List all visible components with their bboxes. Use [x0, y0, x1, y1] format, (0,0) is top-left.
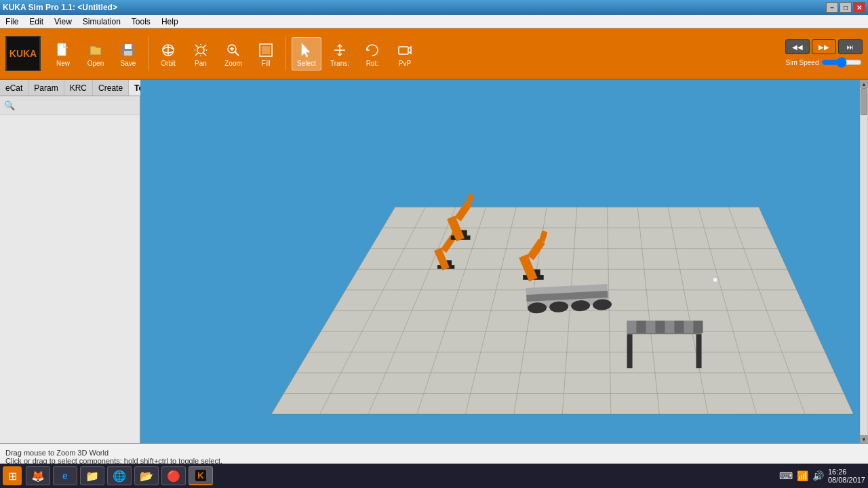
title-bar-text: KUKA Sim Pro 1.1: <Untitled>	[3, 3, 117, 12]
trans-icon	[330, 41, 350, 60]
toolbar-sep-1	[148, 37, 149, 70]
taskbar-folder2[interactable]: 📂	[134, 466, 159, 485]
sim-rewind[interactable]: ◀◀	[785, 39, 810, 54]
left-panel: eCat Param KRC Create Teach 🔍	[0, 80, 140, 443]
rot-label: Rot:	[366, 60, 378, 67]
select-label: Select	[297, 60, 316, 67]
volume-icon: 🔊	[812, 470, 824, 481]
new-label: New	[56, 60, 70, 67]
content-area: eCat Param KRC Create Teach 🔍 ▲ ▼	[0, 80, 868, 443]
toolbar-zoom[interactable]: Zoom	[219, 38, 248, 70]
panel-content	[0, 115, 140, 443]
status-line1: Drag mouse to Zoom 3D World	[5, 449, 863, 457]
menu-help[interactable]: Help	[156, 16, 184, 28]
toolbar-select[interactable]: Select	[292, 37, 321, 70]
kuka-logo: KUKA	[5, 36, 41, 71]
start-button[interactable]: ⊞	[3, 466, 22, 485]
toolbar-pvp[interactable]: PvP	[391, 38, 419, 70]
ie-icon: e	[62, 470, 68, 481]
sim-speed-row: Sim Speed	[786, 57, 863, 68]
svg-rect-0	[58, 43, 66, 56]
toolbar-pan[interactable]: Pan	[186, 38, 215, 70]
taskbar-explorer[interactable]: 📁	[80, 466, 104, 485]
scroll-thumb[interactable]	[861, 88, 867, 115]
sim-speed-area: ◀◀ ▶▶ ⏭ Sim Speed	[785, 39, 863, 68]
svg-rect-13	[262, 46, 270, 54]
scroll-track	[861, 88, 867, 435]
zoom-label: Zoom	[224, 60, 242, 67]
toolbar-view-group: Orbit Pan Zoom Fill	[154, 38, 280, 70]
logo-text: KUKA	[9, 48, 37, 59]
clock: 16:26 08/08/2017	[828, 468, 865, 484]
svg-line-9	[235, 52, 239, 56]
firefox-icon: 🦊	[31, 470, 45, 483]
windows-taskbar: ⊞ 🦊 e 📁 🌐 📂 🔴 K ⌨ 📶 🔊 16:26 08/08/2017	[0, 464, 868, 488]
tab-create[interactable]: Create	[93, 80, 129, 96]
toolbar-sep-2	[285, 37, 286, 70]
taskbar-firefox[interactable]: 🦊	[26, 466, 50, 485]
minimize-button[interactable]: –	[826, 2, 838, 13]
panel-search-icon[interactable]: 🔍	[3, 99, 16, 113]
scroll-down-arrow[interactable]: ▼	[860, 435, 868, 443]
3d-scene-canvas	[140, 80, 868, 443]
sim-end[interactable]: ⏭	[838, 39, 863, 54]
open-icon	[85, 41, 106, 60]
toolbar-select-group: Select Trans: Rot: PvP	[292, 37, 419, 70]
sim-controls: ◀◀ ▶▶ ⏭	[785, 39, 863, 54]
app-red-icon: 🔴	[167, 470, 180, 483]
sim-speed-slider[interactable]	[821, 57, 862, 68]
toolbar-trans[interactable]: Trans:	[326, 38, 354, 70]
toolbar-new[interactable]: New	[49, 38, 77, 70]
toolbar-save[interactable]: Save	[114, 38, 142, 70]
tab-krc[interactable]: KRC	[64, 80, 93, 96]
menu-tools[interactable]: Tools	[126, 16, 156, 28]
title-bar: KUKA Sim Pro 1.1: <Untitled> – □ ✕	[0, 0, 868, 15]
taskbar-chrome[interactable]: 🌐	[107, 466, 132, 485]
fill-icon	[256, 41, 276, 60]
taskbar-app-red[interactable]: 🔴	[161, 466, 186, 485]
start-icon: ⊞	[8, 470, 17, 483]
scroll-up-arrow[interactable]: ▲	[860, 80, 868, 88]
maximize-button[interactable]: □	[840, 2, 852, 13]
select-icon	[296, 41, 317, 60]
toolbar-orbit[interactable]: Orbit	[154, 38, 182, 70]
rot-icon	[362, 41, 382, 60]
taskbar-right: ⌨ 📶 🔊 16:26 08/08/2017	[779, 468, 865, 484]
new-icon	[53, 41, 73, 60]
pvp-label: PvP	[399, 60, 411, 67]
svg-point-7	[197, 47, 204, 54]
folder2-icon: 📂	[140, 470, 153, 483]
kuka-taskbar-icon: K	[195, 470, 205, 481]
toolbar-rot[interactable]: Rot:	[358, 38, 387, 70]
keyboard-icon: ⌨	[779, 470, 793, 481]
network-icon: 📶	[797, 470, 808, 481]
orbit-icon	[158, 41, 178, 60]
fill-label: Fill	[262, 60, 271, 67]
svg-rect-17	[399, 47, 408, 54]
taskbar-kuka[interactable]: K	[189, 466, 213, 485]
close-button[interactable]: ✕	[853, 2, 865, 13]
pvp-icon	[395, 41, 415, 60]
tab-ecat[interactable]: eCat	[0, 80, 28, 96]
date-display: 08/08/2017	[828, 476, 865, 484]
menu-file[interactable]: File	[0, 16, 24, 28]
explorer-icon: 📁	[85, 470, 99, 483]
tab-param[interactable]: Param	[28, 80, 64, 96]
menu-view[interactable]: View	[49, 16, 77, 28]
menu-edit[interactable]: Edit	[24, 16, 49, 28]
sim-speed-label: Sim Speed	[786, 59, 819, 66]
menu-bar: File Edit View Simulation Tools Help	[0, 15, 868, 28]
toolbar: KUKA New Open Save Orbit	[0, 28, 868, 80]
menu-simulation[interactable]: Simulation	[77, 16, 126, 28]
toolbar-open[interactable]: Open	[81, 38, 110, 70]
viewport-scrollbar[interactable]: ▲ ▼	[860, 80, 868, 443]
sim-play[interactable]: ▶▶	[812, 39, 836, 54]
svg-marker-14	[302, 43, 310, 57]
zoom-icon	[223, 41, 243, 60]
pan-label: Pan	[195, 60, 207, 67]
chrome-icon: 🌐	[113, 470, 126, 483]
toolbar-fill[interactable]: Fill	[252, 38, 280, 70]
viewport-3d[interactable]: ▲ ▼	[140, 80, 868, 443]
taskbar-ie[interactable]: e	[53, 466, 77, 485]
pan-icon	[191, 41, 211, 60]
